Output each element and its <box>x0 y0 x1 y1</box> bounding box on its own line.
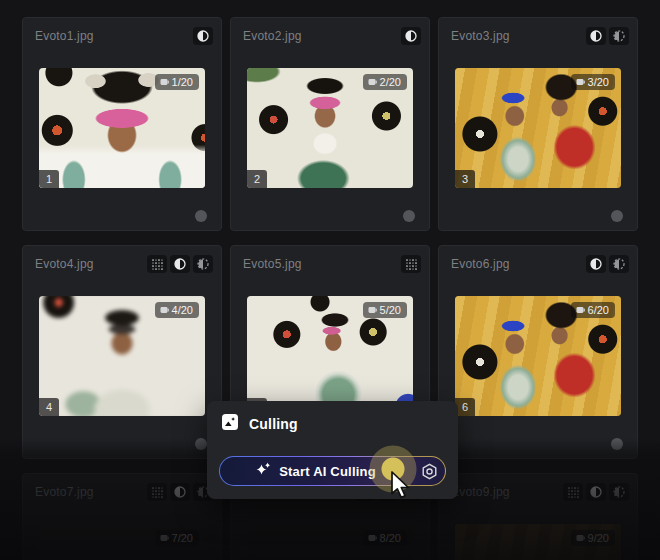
card-status-icons <box>586 27 629 45</box>
photo-counter-text: 1/20 <box>172 76 193 88</box>
photo-stack-icon <box>160 304 169 316</box>
contrast-icon[interactable] <box>401 27 421 45</box>
card-header: Evoto6.jpg <box>439 246 637 275</box>
photo-card[interactable]: Evoto2.jpg2/202 <box>230 17 430 231</box>
photo-thumbnail[interactable]: 9/209 <box>455 524 621 560</box>
photo-card[interactable]: Evoto4.jpg4/204 <box>22 245 222 459</box>
card-status-icons <box>586 255 629 273</box>
photo-stack-icon <box>576 532 585 544</box>
photo-card[interactable]: Evoto3.jpg3/203 <box>438 17 638 231</box>
start-ai-culling-button[interactable]: Start AI Culling <box>220 457 445 485</box>
photo-counter-badge: 5/20 <box>363 302 407 318</box>
photo-counter-badge: 6/20 <box>571 302 615 318</box>
photo-counter-text: 8/20 <box>380 532 401 544</box>
photo-thumbnail[interactable]: 2/202 <box>247 68 413 188</box>
start-button-label: Start AI Culling <box>279 464 376 479</box>
card-status-icons <box>193 27 213 45</box>
filename-label: Evoto3.jpg <box>451 29 510 43</box>
contrast-dashed-icon[interactable] <box>609 27 629 45</box>
photo-index-badge: 6 <box>455 398 475 416</box>
culling-panel-body: Start AI Culling <box>207 445 458 499</box>
dot-grid-icon[interactable] <box>563 483 583 501</box>
photo-thumbnail[interactable]: 3/203 <box>455 68 621 188</box>
selection-dot[interactable] <box>195 438 207 450</box>
photo-counter-text: 4/20 <box>172 304 193 316</box>
photo-stack-icon <box>368 532 377 544</box>
culling-panel-header: Culling <box>207 401 458 445</box>
photo-counter-badge: 9/20 <box>571 530 615 546</box>
photo-index-badge: 4 <box>39 398 59 416</box>
filename-label: Evoto4.jpg <box>35 257 94 271</box>
photo-counter-badge: 7/20 <box>155 530 199 546</box>
photo-counter-text: 2/20 <box>380 76 401 88</box>
sparkles-icon <box>255 461 272 482</box>
card-status-icons <box>147 255 213 273</box>
photo-thumbnail[interactable]: 1/201 <box>39 68 205 188</box>
card-status-icons <box>401 27 421 45</box>
card-header: Evoto9.jpg <box>439 474 637 503</box>
contrast-icon[interactable] <box>193 27 213 45</box>
contrast-icon[interactable] <box>586 483 606 501</box>
card-header: Evoto4.jpg <box>23 246 221 275</box>
photo-stack-icon <box>368 76 377 88</box>
photo-counter-text: 5/20 <box>380 304 401 316</box>
photo-thumbnail[interactable]: 8/208 <box>247 524 413 560</box>
photo-card[interactable]: Evoto1.jpg1/201 <box>22 17 222 231</box>
photo-card[interactable]: Evoto9.jpg9/209 <box>438 473 638 560</box>
filename-label: Evoto1.jpg <box>35 29 94 43</box>
photo-thumbnail[interactable]: 5/205 <box>247 296 413 416</box>
app-window: Evoto1.jpg1/201Evoto2.jpg2/202Evoto3.jpg… <box>0 0 660 560</box>
photo-index-badge: 2 <box>247 170 267 188</box>
card-header: Evoto7.jpg <box>23 474 221 503</box>
selection-dot[interactable] <box>611 438 623 450</box>
photo-counter-badge: 3/20 <box>571 74 615 90</box>
card-header: Evoto2.jpg <box>231 18 429 47</box>
photo-stack-icon <box>576 76 585 88</box>
card-header: Evoto3.jpg <box>439 18 637 47</box>
start-ai-culling-button-border: Start AI Culling <box>219 456 446 486</box>
photo-thumbnail[interactable]: 4/204 <box>39 296 205 416</box>
photo-stack-icon <box>160 76 169 88</box>
contrast-icon[interactable] <box>170 255 190 273</box>
filename-label: Evoto2.jpg <box>243 29 302 43</box>
photo-stack-icon <box>160 532 169 544</box>
contrast-icon[interactable] <box>586 255 606 273</box>
photo-card[interactable]: Evoto6.jpg6/206 <box>438 245 638 459</box>
image-sparkle-icon <box>221 413 239 435</box>
card-status-icons <box>563 483 629 501</box>
filename-label: Evoto9.jpg <box>451 485 510 499</box>
photo-card[interactable]: Evoto7.jpg7/207 <box>22 473 222 560</box>
contrast-dashed-icon[interactable] <box>609 483 629 501</box>
contrast-icon[interactable] <box>586 27 606 45</box>
contrast-dashed-icon[interactable] <box>193 255 213 273</box>
dot-grid-icon[interactable] <box>147 255 167 273</box>
filename-label: Evoto5.jpg <box>243 257 302 271</box>
gear-icon[interactable] <box>419 461 439 481</box>
contrast-dashed-icon[interactable] <box>609 255 629 273</box>
selection-dot[interactable] <box>195 210 207 222</box>
photo-thumbnail[interactable]: 7/207 <box>39 524 205 560</box>
card-header: Evoto5.jpg <box>231 246 429 275</box>
photo-index-badge: 3 <box>455 170 475 188</box>
panel-title: Culling <box>249 416 298 432</box>
photo-stack-icon <box>576 304 585 316</box>
photo-counter-badge: 1/20 <box>155 74 199 90</box>
photo-counter-badge: 4/20 <box>155 302 199 318</box>
photo-thumbnail[interactable]: 6/206 <box>455 296 621 416</box>
filename-label: Evoto7.jpg <box>35 485 94 499</box>
dot-grid-icon[interactable] <box>401 255 421 273</box>
selection-dot[interactable] <box>611 210 623 222</box>
contrast-icon[interactable] <box>170 483 190 501</box>
selection-dot[interactable] <box>403 210 415 222</box>
photo-counter-text: 3/20 <box>588 76 609 88</box>
card-header: Evoto1.jpg <box>23 18 221 47</box>
culling-panel: Culling Start AI Culling <box>207 401 458 499</box>
card-status-icons <box>147 483 213 501</box>
card-status-icons <box>401 255 421 273</box>
photo-counter-text: 6/20 <box>588 304 609 316</box>
photo-counter-badge: 2/20 <box>363 74 407 90</box>
photo-counter-text: 9/20 <box>588 532 609 544</box>
filename-label: Evoto6.jpg <box>451 257 510 271</box>
photo-index-badge: 1 <box>39 170 59 188</box>
dot-grid-icon[interactable] <box>147 483 167 501</box>
